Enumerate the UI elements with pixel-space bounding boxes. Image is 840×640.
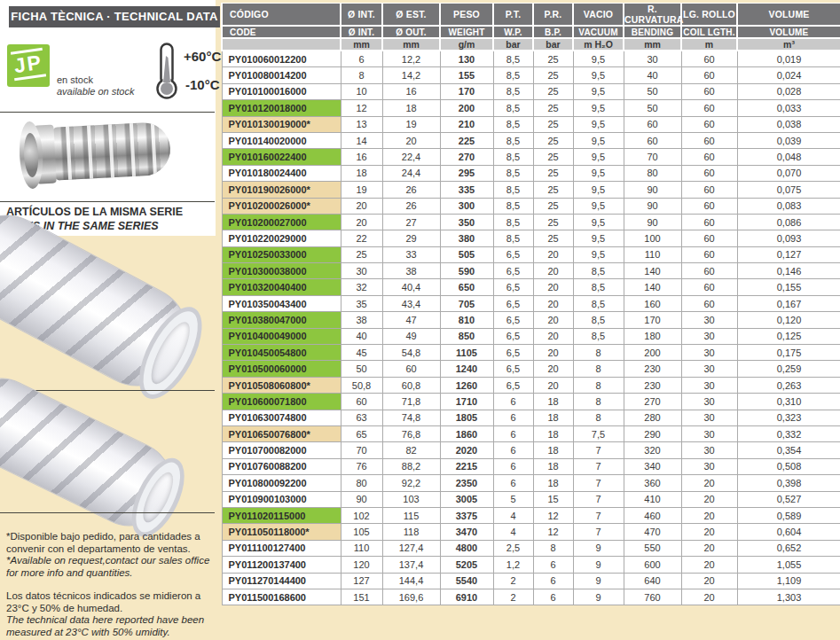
table-row: PY0108000922008092,223506187360200,398	[222, 475, 840, 491]
value-cell: 850	[440, 328, 493, 344]
value-cell: 6,5	[493, 312, 533, 328]
code-cell: PY010250033000	[222, 246, 341, 262]
value-cell: 9	[573, 589, 624, 605]
datasheet-page: FICHA TÈCNICA · TECHNICAL DATA JP en sto…	[0, 0, 840, 640]
value-cell: 9,5	[573, 214, 624, 230]
value-cell: 1,303	[737, 589, 840, 605]
value-cell: 8	[341, 67, 382, 83]
value-cell: 30	[681, 425, 737, 441]
value-cell: 90	[624, 198, 681, 214]
value-cell: 38	[382, 263, 440, 279]
value-cell: 8,5	[493, 51, 533, 67]
value-cell: 640	[624, 573, 681, 589]
value-cell: 60	[681, 67, 737, 83]
value-cell: 0,354	[737, 442, 840, 458]
column-header: CODE	[222, 26, 341, 38]
unit-cell: m	[681, 38, 737, 51]
value-cell: 20	[533, 345, 573, 361]
unit-cell: mm	[624, 38, 681, 51]
value-cell: 12,2	[382, 51, 440, 67]
column-header: PESO	[440, 4, 493, 27]
value-cell: 60	[341, 394, 382, 410]
code-cell: PY010760088200	[222, 458, 341, 474]
value-cell: 0,075	[737, 182, 840, 198]
value-cell: 12	[341, 100, 382, 116]
value-cell: 8	[573, 345, 624, 361]
column-header: Ø EST.	[382, 4, 440, 27]
code-cell: PY010450054800	[222, 345, 341, 361]
value-cell: 144,4	[382, 573, 440, 589]
value-cell: 60	[681, 263, 737, 279]
value-cell: 60	[681, 230, 737, 246]
value-cell: 0,527	[737, 491, 840, 507]
value-cell: 210	[440, 116, 493, 132]
table-row: PY011200137400120137,452051,269600201,05…	[222, 557, 840, 573]
value-cell: 25	[533, 149, 573, 165]
value-cell: 90	[341, 491, 382, 507]
value-cell: 7,5	[573, 425, 624, 441]
code-cell: PY010190026000*	[222, 182, 341, 198]
value-cell: 30	[681, 410, 737, 425]
value-cell: 0,127	[737, 246, 840, 262]
value-cell: 2215	[440, 458, 493, 474]
technical-data-table: CÓDIGOØ INT.Ø EST.PESOP.T.P.R.VACIOR. CU…	[221, 3, 840, 605]
value-cell: 18	[341, 165, 382, 181]
value-cell: 200	[624, 345, 681, 361]
unit-cell: bar	[533, 38, 573, 51]
table-row: PY01040004900040498506,5208,5180300,125	[222, 328, 840, 344]
value-cell: 0,589	[737, 507, 840, 523]
table-row: PY0106000718006071,817106188270300,310	[222, 394, 840, 410]
value-cell: 6,5	[493, 246, 533, 262]
code-cell: PY010400049000	[222, 328, 341, 344]
table-row: PY010130019000*13192108,5259,560600,038	[222, 116, 840, 132]
value-cell: 0,024	[737, 67, 840, 83]
value-cell: 60	[681, 214, 737, 230]
value-cell: 20	[533, 295, 573, 311]
value-cell: 0,146	[737, 263, 840, 279]
value-cell: 30	[681, 442, 737, 458]
value-cell: 3470	[440, 524, 493, 540]
value-cell: 1805	[440, 410, 493, 425]
value-cell: 60	[681, 198, 737, 214]
column-header: WEIGHT	[440, 26, 493, 38]
unit-cell	[222, 38, 341, 51]
value-cell: 0,332	[737, 425, 840, 441]
value-cell: 82	[382, 442, 440, 458]
value-cell: 45	[341, 345, 382, 361]
code-cell: PY010080014200	[222, 67, 341, 83]
value-cell: 0,263	[737, 377, 840, 393]
value-cell: 7	[573, 524, 624, 540]
code-cell: PY010700082000	[222, 442, 341, 458]
value-cell: 15	[533, 491, 573, 507]
value-cell: 127,4	[382, 540, 440, 556]
value-cell: 0,310	[737, 394, 840, 410]
hose-bore	[137, 468, 179, 526]
value-cell: 0,086	[737, 214, 840, 230]
value-cell: 155	[440, 67, 493, 83]
table-row: PY010200026000*20263008,5259,590600,083	[222, 198, 840, 214]
value-cell: 20	[681, 507, 737, 523]
value-cell: 8,5	[493, 230, 533, 246]
value-cell: 8,5	[493, 165, 533, 181]
value-cell: 63	[341, 410, 382, 425]
value-cell: 25	[533, 165, 573, 181]
value-cell: 20	[533, 328, 573, 344]
value-cell: 590	[440, 263, 493, 279]
table-row: PY010650076800*6576,818606187,5290300,33…	[222, 425, 840, 441]
value-cell: 8,5	[493, 149, 533, 165]
value-cell: 35	[341, 295, 382, 311]
hose-opening	[127, 298, 215, 409]
value-cell: 20	[533, 361, 573, 377]
unit-cell: m³	[737, 38, 840, 51]
value-cell: 0,083	[737, 198, 840, 214]
value-cell: 270	[624, 394, 681, 410]
value-cell: 340	[624, 458, 681, 474]
value-cell: 60	[681, 246, 737, 262]
value-cell: 280	[624, 410, 681, 425]
value-cell: 8	[573, 377, 624, 393]
value-cell: 25	[341, 246, 382, 262]
code-cell: PY010600071800	[222, 394, 341, 410]
value-cell: 18	[382, 100, 440, 116]
table-row: PY0104500548004554,811056,5208200300,175	[222, 345, 840, 361]
value-cell: 8,5	[493, 116, 533, 132]
